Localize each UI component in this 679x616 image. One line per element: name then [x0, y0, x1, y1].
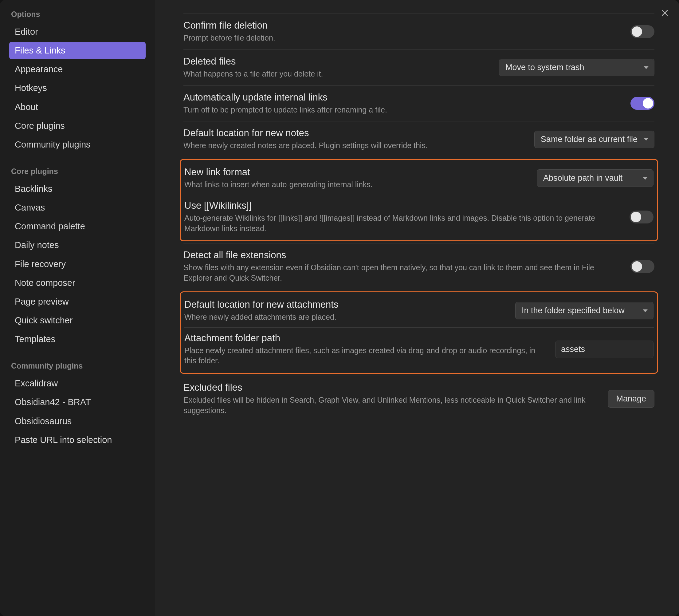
- attachment-location-dropdown[interactable]: In the folder specified below: [515, 302, 653, 319]
- sidebar-item-daily-notes[interactable]: Daily notes: [9, 236, 146, 254]
- setting-desc: What happens to a file after you delete …: [184, 69, 490, 79]
- dropdown-value: Move to system trash: [506, 63, 584, 72]
- sidebar-item-brat[interactable]: Obsidian42 - BRAT: [9, 394, 146, 411]
- sidebar-item-quick-switcher[interactable]: Quick switcher: [9, 312, 146, 329]
- sidebar-item-templates[interactable]: Templates: [9, 331, 146, 348]
- setting-title: Use [[Wikilinks]]: [184, 200, 620, 211]
- sidebar-item-page-preview[interactable]: Page preview: [9, 293, 146, 310]
- setting-attachment-folder: Attachment folder path Place newly creat…: [184, 327, 654, 371]
- sidebar-item-canvas[interactable]: Canvas: [9, 199, 146, 216]
- sidebar-item-paste-url[interactable]: Paste URL into selection: [9, 431, 146, 449]
- setting-desc: Show files with any extension even if Ob…: [184, 263, 621, 283]
- setting-desc: Place newly created attachment files, su…: [184, 345, 546, 366]
- sidebar-item-backlinks[interactable]: Backlinks: [9, 180, 146, 198]
- sidebar-item-command-palette[interactable]: Command palette: [9, 218, 146, 235]
- sidebar-item-appearance[interactable]: Appearance: [9, 61, 146, 78]
- sidebar-group-options: Options Editor Files & Links Appearance …: [9, 10, 146, 153]
- setting-new-note-location: Default location for new notes Where new…: [184, 121, 654, 157]
- setting-excluded-files: Excluded files Excluded files will be hi…: [184, 376, 654, 422]
- setting-title: Confirm file deletion: [184, 20, 621, 31]
- settings-sidebar: Options Editor Files & Links Appearance …: [0, 0, 155, 616]
- setting-title: Attachment folder path: [184, 333, 546, 344]
- settings-modal: Options Editor Files & Links Appearance …: [0, 0, 679, 616]
- setting-title: Default location for new attachments: [184, 299, 506, 310]
- setting-title: Excluded files: [184, 382, 599, 393]
- setting-desc: Auto-generate Wikilinks for [[links]] an…: [184, 213, 620, 234]
- setting-desc: Where newly added attachments are placed…: [184, 312, 506, 322]
- setting-desc: Where newly created notes are placed. Pl…: [184, 141, 525, 151]
- setting-title: Default location for new notes: [184, 128, 525, 138]
- setting-desc: Excluded files will be hidden in Search,…: [184, 395, 599, 416]
- close-button[interactable]: [659, 7, 671, 19]
- chevron-down-icon: [643, 177, 648, 180]
- detect-all-ext-toggle[interactable]: [630, 260, 654, 273]
- setting-desc: Prompt before file deletion.: [184, 33, 621, 43]
- setting-deleted-files: Deleted files What happens to a file aft…: [184, 50, 654, 86]
- chevron-down-icon: [643, 309, 648, 312]
- dropdown-value: Same folder as current file: [541, 135, 638, 144]
- setting-detect-all-ext: Detect all file extensions Show files wi…: [184, 243, 654, 289]
- setting-attachment-location: Default location for new attachments Whe…: [184, 294, 654, 327]
- setting-confirm-delete: Confirm file deletion Prompt before file…: [184, 13, 654, 50]
- sidebar-item-about[interactable]: About: [9, 98, 146, 116]
- sidebar-heading: Core plugins: [9, 167, 146, 176]
- manage-excluded-button[interactable]: Manage: [608, 390, 654, 408]
- sidebar-group-community-plugins: Community plugins Excalidraw Obsidian42 …: [9, 362, 146, 449]
- settings-content: Confirm file deletion Prompt before file…: [155, 0, 679, 616]
- sidebar-group-core-plugins: Core plugins Backlinks Canvas Command pa…: [9, 167, 146, 348]
- highlight-attachment-settings: Default location for new attachments Whe…: [180, 291, 658, 374]
- auto-update-links-toggle[interactable]: [630, 97, 654, 110]
- setting-desc: Turn off to be prompted to update links …: [184, 105, 621, 115]
- new-link-format-dropdown[interactable]: Absolute path in vault: [537, 170, 653, 187]
- sidebar-heading: Options: [9, 10, 146, 19]
- chevron-down-icon: [644, 66, 649, 69]
- sidebar-item-editor[interactable]: Editor: [9, 23, 146, 40]
- setting-title: New link format: [184, 166, 527, 178]
- close-icon: [660, 9, 669, 17]
- sidebar-item-files-links[interactable]: Files & Links: [9, 42, 146, 59]
- setting-new-link-format: New link format What links to insert whe…: [184, 162, 654, 195]
- setting-auto-update-links: Automatically update internal links Turn…: [184, 86, 654, 121]
- new-note-location-dropdown[interactable]: Same folder as current file: [534, 131, 654, 148]
- setting-title: Deleted files: [184, 56, 490, 67]
- setting-use-wikilinks: Use [[Wikilinks]] Auto-generate Wikilink…: [184, 195, 654, 239]
- deleted-files-dropdown[interactable]: Move to system trash: [499, 59, 654, 76]
- setting-desc: What links to insert when auto-generatin…: [184, 180, 527, 190]
- setting-title: Detect all file extensions: [184, 250, 621, 261]
- sidebar-item-obsidiosaurus[interactable]: Obsidiosaurus: [9, 412, 146, 430]
- highlight-link-settings: New link format What links to insert whe…: [180, 159, 658, 241]
- sidebar-item-core-plugins[interactable]: Core plugins: [9, 117, 146, 135]
- attachment-folder-input[interactable]: [555, 341, 653, 358]
- dropdown-value: In the folder specified below: [522, 306, 625, 315]
- confirm-delete-toggle[interactable]: [630, 25, 654, 38]
- use-wikilinks-toggle[interactable]: [629, 211, 653, 223]
- sidebar-item-excalidraw[interactable]: Excalidraw: [9, 375, 146, 392]
- sidebar-item-note-composer[interactable]: Note composer: [9, 274, 146, 292]
- chevron-down-icon: [644, 138, 649, 141]
- sidebar-item-file-recovery[interactable]: File recovery: [9, 255, 146, 273]
- sidebar-item-community-plugins[interactable]: Community plugins: [9, 136, 146, 153]
- sidebar-heading: Community plugins: [9, 362, 146, 370]
- dropdown-value: Absolute path in vault: [543, 173, 622, 183]
- setting-title: Automatically update internal links: [184, 92, 621, 103]
- sidebar-item-hotkeys[interactable]: Hotkeys: [9, 79, 146, 97]
